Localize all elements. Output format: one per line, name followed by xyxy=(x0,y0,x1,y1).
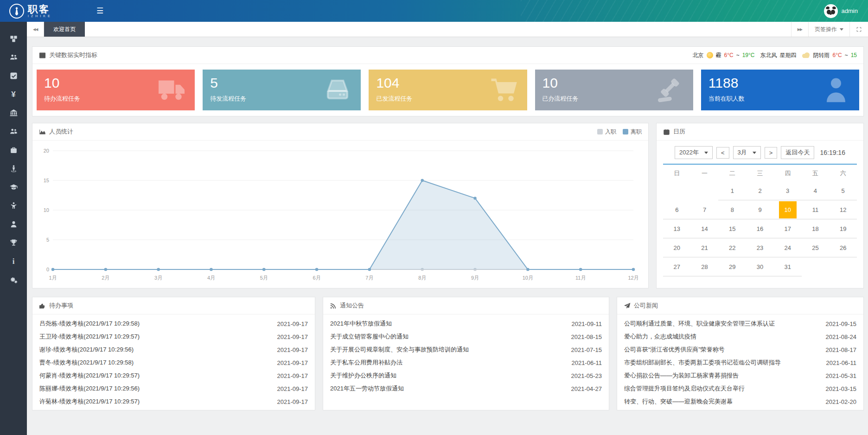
user-menu[interactable]: admin xyxy=(824,4,868,18)
calendar-day-16[interactable]: 16 xyxy=(746,219,774,238)
calendar-day-2[interactable]: 2 xyxy=(746,181,774,200)
news-item[interactable]: 转变、行动、突破——迎新晚会完美谢幕2021-02-20 xyxy=(617,395,863,408)
notice-item[interactable]: 关于维护办公秩序的通知2021-05-23 xyxy=(323,369,609,382)
todo-item[interactable]: 吕尧栋-绩效考核(2021/9/17 10:29:58)2021-09-17 xyxy=(32,317,315,330)
todo-item[interactable]: 曹冬-绩效考核(2021/9/17 10:29:58)2021-09-17 xyxy=(32,356,315,369)
tab-operations-dropdown[interactable]: 页签操作 xyxy=(808,22,849,37)
news-item[interactable]: 爱心捐款公告——为装卸工杨家青募捐报告2021-05-31 xyxy=(617,369,863,382)
stat-card-3[interactable]: 104已发流程任务 xyxy=(369,70,527,110)
sidebar-item-14-gears-icon[interactable] xyxy=(0,274,27,285)
rss-icon xyxy=(330,302,337,309)
calendar-day-17[interactable]: 17 xyxy=(774,219,802,238)
sidebar-item-4-yen-icon[interactable]: ¥ xyxy=(0,89,27,100)
todo-item[interactable]: 陈丽娜-绩效考核(2021/9/17 10:29:56)2021-09-17 xyxy=(32,382,315,395)
sidebar-item-11-user-icon[interactable] xyxy=(0,218,27,230)
sidebar-item-3-check-square-icon[interactable] xyxy=(0,70,27,81)
calendar-day-29[interactable]: 29 xyxy=(718,257,746,276)
panel-title: 待办事项 xyxy=(49,301,73,310)
back-to-today-button[interactable]: 返回今天 xyxy=(781,146,814,159)
sidebar-item-5-bank-icon[interactable] xyxy=(0,107,27,118)
news-item[interactable]: 综合管理提升项目签约及启动仪式在天台举行2021-03-15 xyxy=(617,382,863,395)
legend-item-left[interactable]: 离职 xyxy=(623,128,642,136)
calendar-day-13[interactable]: 13 xyxy=(663,219,691,238)
calendar-day-10[interactable]: 10 xyxy=(774,200,802,219)
main-content: 关键数据实时指标 北京 霾 6°C ~ 19°C 东北风 星期四 阴转雨 6°C… xyxy=(27,37,868,410)
notice-item[interactable]: 关于成立销管客服中心的通知2021-08-15 xyxy=(323,330,609,343)
sidebar-item-9-graduation-cap-icon[interactable] xyxy=(0,181,27,192)
calendar-day-21[interactable]: 21 xyxy=(691,238,719,257)
calendar-day-1[interactable]: 1 xyxy=(718,181,746,200)
month-select[interactable]: 3月 xyxy=(733,146,761,159)
tabs-scroll-right-button[interactable]: ▶▶ xyxy=(791,22,808,37)
calendar-day-18[interactable]: 18 xyxy=(802,219,830,238)
item-date: 2021-08-15 xyxy=(571,333,602,340)
weather-wind: 东北风 xyxy=(760,51,777,59)
notice-item[interactable]: 关于开展公司规章制度、安全与事故预防培训的通知2021-07-15 xyxy=(323,343,609,356)
fullscreen-button[interactable] xyxy=(849,22,868,37)
sidebar-item-12-trophy-icon[interactable] xyxy=(0,237,27,248)
calendar-day-9[interactable]: 9 xyxy=(746,200,774,219)
calendar-day-6[interactable]: 6 xyxy=(663,200,691,219)
news-item[interactable]: 公司顺利通过质量、环境、职业健康安全管理三体系认证2021-09-15 xyxy=(617,317,863,330)
area-chart-icon xyxy=(39,128,46,135)
calendar-day-3[interactable]: 3 xyxy=(774,181,802,200)
todo-item[interactable]: 王卫玲-绩效考核(2021/9/17 10:29:57)2021-09-17 xyxy=(32,330,315,343)
calendar-day-8[interactable]: 8 xyxy=(718,200,746,219)
calendar-day-20[interactable]: 20 xyxy=(663,238,691,257)
calendar-day-31[interactable]: 31 xyxy=(774,257,802,276)
calendar-day-19[interactable]: 19 xyxy=(829,219,857,238)
calendar-day-11[interactable]: 11 xyxy=(802,200,830,219)
news-item[interactable]: 公司喜获“浙江省优秀供应商”荣誉称号2021-08-17 xyxy=(617,343,863,356)
next-month-button[interactable]: > xyxy=(765,147,778,159)
notice-item[interactable]: 2021年中秋节放假通知2021-09-11 xyxy=(323,317,609,330)
calendar-day-14[interactable]: 14 xyxy=(691,219,719,238)
tab-welcome-home[interactable]: 欢迎首页 xyxy=(44,22,85,37)
calendar-day-27[interactable]: 27 xyxy=(663,257,691,276)
sidebar-item-13-info-icon[interactable]: i xyxy=(0,256,27,267)
sidebar-item-7-briefcase-icon[interactable] xyxy=(0,144,27,155)
logo-text: 职客 xyxy=(28,4,52,14)
calendar-day-26[interactable]: 26 xyxy=(829,238,857,257)
calendar-icon xyxy=(663,128,670,135)
todo-item[interactable]: 谢珍-绩效考核(2021/9/17 10:29:56)2021-09-17 xyxy=(32,343,315,356)
calendar-day-25[interactable]: 25 xyxy=(802,238,830,257)
calendar-day-23[interactable]: 23 xyxy=(746,238,774,257)
calendar-day-12[interactable]: 12 xyxy=(829,200,857,219)
notice-item[interactable]: 关于私车公用费用补贴办法2021-06-11 xyxy=(323,356,609,369)
calendar-day-5[interactable]: 5 xyxy=(829,181,857,200)
stat-card-1[interactable]: 10待办流程任务 xyxy=(37,70,195,110)
sidebar-item-8-street-view-icon[interactable] xyxy=(0,163,27,174)
todo-item[interactable]: 何蒙肖-绩效考核(2021/9/17 10:29:57)2021-09-17 xyxy=(32,369,315,382)
sidebar-item-6-users-icon[interactable] xyxy=(0,126,27,137)
sidebar-item-1-cubes-icon[interactable] xyxy=(0,33,27,44)
legend-item-hired[interactable]: 入职 xyxy=(597,128,616,136)
news-item[interactable]: 市委组织部副部长、市委两新工委项书记莅临公司调研指导2021-06-11 xyxy=(617,356,863,369)
todo-item[interactable]: 许菊林-绩效考核(2021/9/17 10:29:57)2021-09-17 xyxy=(32,395,315,408)
year-select[interactable]: 2022年 xyxy=(675,146,713,159)
calendar-day-30[interactable]: 30 xyxy=(746,257,774,276)
stat-card-4[interactable]: 10已办流程任务 xyxy=(535,70,693,110)
item-date: 2021-06-11 xyxy=(571,359,602,366)
sidebar-item-2-users-icon[interactable] xyxy=(0,51,27,63)
panel-title: 日历 xyxy=(673,128,685,136)
stat-card-2[interactable]: 5待发流程任务 xyxy=(203,70,361,110)
calendar-day-28[interactable]: 28 xyxy=(691,257,719,276)
notice-item[interactable]: 2021年五一劳动节放假通知2021-04-27 xyxy=(323,382,609,395)
calendar-day-4[interactable]: 4 xyxy=(802,181,830,200)
menu-toggle-icon[interactable]: ☰ xyxy=(96,6,103,16)
prev-month-button[interactable]: < xyxy=(716,147,729,159)
calendar-day-22[interactable]: 22 xyxy=(718,238,746,257)
server-icon xyxy=(324,76,351,104)
calendar-day-7[interactable]: 7 xyxy=(691,200,719,219)
item-date: 2021-09-15 xyxy=(826,320,857,327)
item-text: 王卫玲-绩效考核(2021/9/17 10:29:57) xyxy=(39,333,140,341)
panel-title: 公司新闻 xyxy=(634,301,658,310)
tabs-scroll-left-button[interactable]: ◀◀ xyxy=(27,22,44,37)
stat-card-5[interactable]: 1188当前在职人数 xyxy=(701,70,859,110)
calendar-day-24[interactable]: 24 xyxy=(774,238,802,257)
news-item[interactable]: 爱心助力，众志成城抗疫情2021-08-24 xyxy=(617,330,863,343)
sidebar-item-10-child-icon[interactable] xyxy=(0,200,27,211)
calendar-day-15[interactable]: 15 xyxy=(718,219,746,238)
app-logo[interactable]: 职客 IZHIKE xyxy=(0,4,88,19)
item-date: 2021-09-17 xyxy=(277,372,308,379)
